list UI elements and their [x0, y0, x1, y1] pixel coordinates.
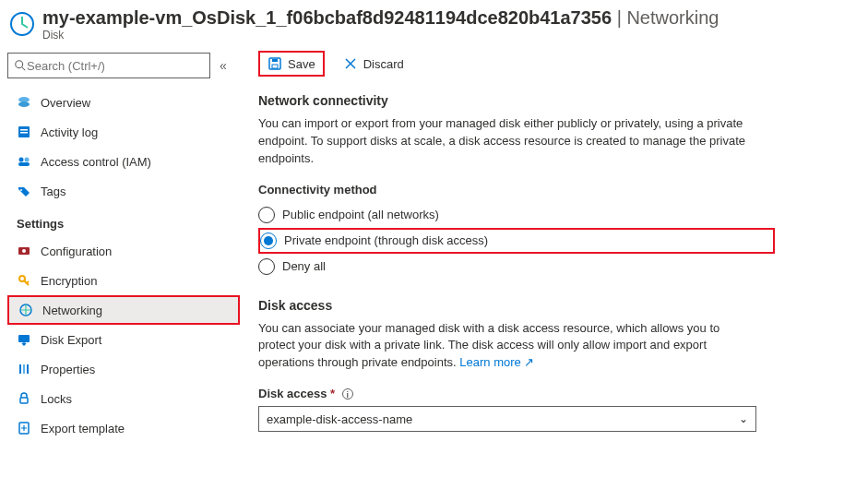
svg-point-1	[16, 61, 23, 68]
nav-label: Disk Export	[41, 333, 101, 347]
nav-label: Configuration	[41, 244, 112, 258]
nav-label: Properties	[41, 363, 95, 376]
nav-label: Networking	[42, 304, 102, 317]
title-section: Networking	[626, 7, 719, 28]
tags-icon	[17, 184, 31, 198]
disk-export-icon	[17, 332, 31, 347]
svg-point-11	[20, 189, 22, 191]
sidebar-item-properties[interactable]: Properties	[7, 354, 240, 384]
search-icon	[14, 59, 27, 72]
disk-access-desc: You can associate your managed disk with…	[258, 320, 756, 373]
svg-point-8	[19, 158, 24, 162]
search-input-container[interactable]	[7, 53, 210, 78]
resource-type: Disk	[42, 29, 859, 42]
sidebar-item-export-template[interactable]: Export template	[7, 413, 240, 443]
sidebar: « Overview Activity log Access control (…	[0, 45, 240, 450]
networking-icon	[18, 303, 33, 317]
svg-point-13	[22, 249, 26, 253]
search-input[interactable]	[27, 59, 204, 73]
sidebar-item-overview[interactable]: Overview	[7, 88, 240, 117]
radio-label: Public endpoint (all networks)	[282, 208, 439, 221]
sidebar-item-configuration[interactable]: Configuration	[7, 236, 240, 266]
external-link-icon: ↗	[524, 355, 534, 369]
info-icon[interactable]: i	[342, 388, 353, 399]
svg-rect-24	[272, 65, 278, 68]
radio-public-endpoint[interactable]: Public endpoint (all networks)	[258, 202, 775, 228]
encryption-icon	[17, 273, 31, 288]
learn-more-link[interactable]: Learn more ↗	[459, 355, 534, 369]
disk-icon	[9, 11, 35, 37]
nav-label: Overview	[41, 96, 90, 110]
discard-button[interactable]: Discard	[336, 53, 411, 75]
sidebar-item-locks[interactable]: Locks	[7, 384, 240, 413]
svg-rect-20	[20, 398, 28, 403]
configuration-icon	[17, 244, 31, 258]
connectivity-method-label: Connectivity method	[258, 183, 850, 197]
collapse-sidebar-button[interactable]: «	[220, 58, 227, 73]
svg-point-9	[25, 158, 30, 162]
radio-indicator	[258, 207, 275, 223]
radio-private-endpoint[interactable]: Private endpoint (through disk access)	[258, 228, 775, 254]
svg-line-2	[22, 67, 26, 71]
save-icon	[268, 56, 282, 71]
properties-icon	[17, 362, 31, 376]
discard-icon	[343, 56, 358, 71]
nav-label: Export template	[41, 422, 125, 435]
disk-access-label-text: Disk access	[258, 387, 327, 400]
network-connectivity-heading: Network connectivity	[258, 93, 850, 108]
radio-label: Deny all	[282, 259, 326, 273]
overview-icon	[17, 95, 31, 110]
connectivity-method-group: Public endpoint (all networks) Private e…	[258, 202, 775, 280]
sidebar-item-encryption[interactable]: Encryption	[7, 266, 240, 295]
svg-rect-19	[27, 364, 29, 374]
nav-label: Tags	[41, 185, 65, 198]
disk-access-field-label: Disk access * i	[258, 387, 850, 400]
sidebar-item-networking[interactable]: Networking	[7, 295, 240, 325]
resource-name: my-example-vm_OsDisk_1_f06bcbaf8d9248119…	[42, 7, 612, 28]
sidebar-item-access-control[interactable]: Access control (IAM)	[7, 147, 240, 176]
svg-rect-7	[20, 132, 28, 134]
chevron-down-icon: ⌄	[739, 412, 748, 425]
nav-label: Access control (IAM)	[41, 155, 151, 169]
svg-rect-17	[19, 364, 21, 374]
activity-log-icon	[17, 125, 31, 139]
discard-label: Discard	[363, 57, 404, 71]
disk-access-selected-value: example-disk-access-name	[267, 412, 412, 426]
nav-label: Encryption	[41, 274, 97, 288]
disk-access-select[interactable]: example-disk-access-name ⌄	[258, 406, 756, 432]
radio-indicator	[258, 258, 275, 275]
sidebar-item-activity-log[interactable]: Activity log	[7, 117, 240, 147]
sidebar-item-disk-export[interactable]: Disk Export	[7, 325, 240, 354]
network-connectivity-desc: You can import or export from your manag…	[258, 115, 756, 168]
sidebar-section-settings: Settings	[7, 206, 240, 236]
access-control-icon	[17, 154, 31, 169]
save-label: Save	[288, 57, 315, 71]
radio-deny-all[interactable]: Deny all	[258, 254, 775, 280]
svg-rect-6	[20, 129, 28, 131]
radio-indicator	[260, 233, 277, 249]
lock-icon	[17, 391, 31, 406]
nav-label: Locks	[41, 392, 72, 406]
radio-label: Private endpoint (through disk access)	[284, 233, 488, 247]
title-separator: |	[612, 7, 626, 28]
svg-rect-23	[272, 59, 278, 62]
export-template-icon	[17, 421, 31, 435]
nav-label: Activity log	[41, 125, 98, 139]
toolbar: Save Discard	[258, 51, 850, 77]
required-asterisk: *	[330, 387, 335, 400]
sidebar-item-tags[interactable]: Tags	[7, 176, 240, 206]
save-button[interactable]: Save	[258, 51, 325, 77]
svg-rect-10	[18, 162, 30, 166]
disk-access-heading: Disk access	[258, 298, 850, 313]
page-title: my-example-vm_OsDisk_1_f06bcbaf8d9248119…	[42, 7, 859, 29]
svg-rect-18	[23, 364, 25, 374]
content-area: Save Discard Network connectivity You ca…	[240, 45, 868, 450]
page-header: my-example-vm_OsDisk_1_f06bcbaf8d9248119…	[0, 0, 868, 45]
svg-point-4	[18, 101, 30, 107]
